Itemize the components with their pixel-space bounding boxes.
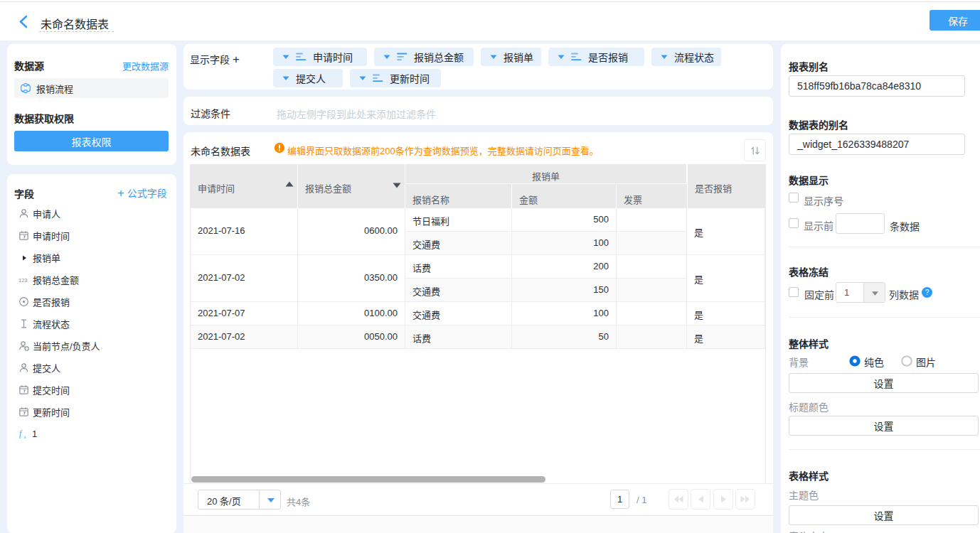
svg-text:?: ? (925, 289, 930, 296)
svg-text:123: 123 (18, 277, 28, 284)
svg-text:x: x (23, 434, 27, 439)
svg-text:f: f (19, 429, 23, 438)
